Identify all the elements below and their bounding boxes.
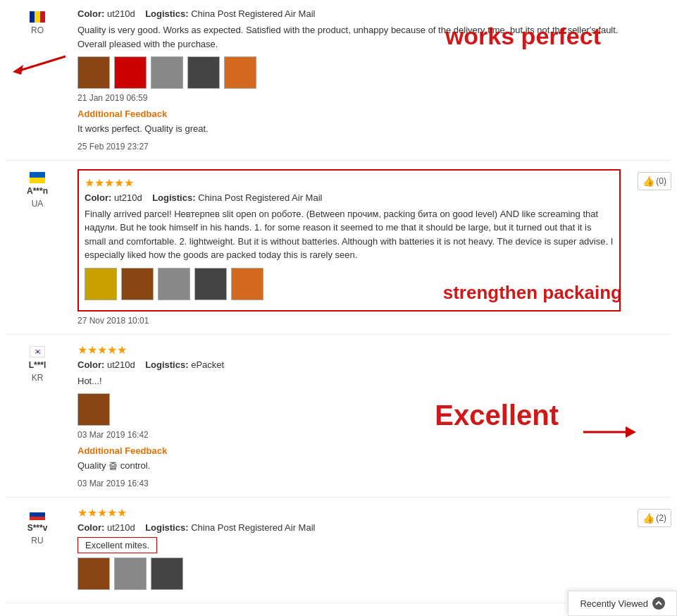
additional-feedback-text: Quality 즐 control. — [77, 459, 621, 473]
like-count: (2) — [656, 513, 666, 523]
reviewer-info: 🇰🇷 L***l KR — [6, 343, 69, 488]
logistics-label: Logistics: — [145, 8, 188, 19]
review-body: Color: ut210d Logistics: China Post Regi… — [69, 8, 629, 152]
color-logistics: Color: ut210d Logistics: China Post Regi… — [77, 522, 621, 533]
like-col: 👍 (0) — [629, 169, 671, 326]
review-date: 27 Nov 2018 10:01 — [77, 316, 621, 326]
additional-feedback-date: 03 Mar 2019 16:43 — [77, 479, 621, 488]
review-text: Hot...! — [77, 374, 621, 388]
review-item: 🇰🇷 L***l KR ★★★★★ Color: ut210d Logistic… — [6, 335, 671, 498]
product-thumbnail[interactable] — [231, 268, 263, 300]
review-body: ★★★★★ Color: ut210d Logistics: China Pos… — [69, 169, 629, 326]
arrow-annotation-left — [6, 49, 69, 78]
reviewer-info: S***v RU — [6, 506, 69, 594]
thumbnail-row — [77, 393, 621, 426]
color-value: ut210d — [107, 8, 135, 19]
review-date: 21 Jan 2019 06:59 — [77, 93, 621, 103]
product-thumbnail[interactable] — [187, 56, 220, 89]
product-thumbnail[interactable] — [77, 393, 110, 426]
reviewer-country: KR — [32, 373, 44, 383]
reviewer-name: A***n — [27, 186, 48, 196]
review-text: Quality is very good. Works as expected.… — [77, 23, 621, 51]
product-thumbnail[interactable] — [77, 56, 110, 89]
like-button[interactable]: 👍 (0) — [638, 172, 671, 190]
thumbs-up-icon: 👍 — [642, 512, 654, 524]
color-label: Color: — [77, 8, 104, 19]
reviewer-country: UA — [32, 199, 44, 209]
product-thumbnail[interactable] — [151, 558, 183, 590]
color-value: ut210d — [107, 359, 135, 370]
product-thumbnail[interactable] — [121, 268, 154, 300]
logistics-label: Logistics: — [145, 359, 188, 370]
review-date: 03 Mar 2019 16:42 — [77, 430, 621, 440]
flag-icon — [30, 172, 45, 183]
review-item: RO Color: ut210d Logistics: China Post R… — [6, 0, 671, 161]
like-col: 👍 (2) — [629, 506, 671, 594]
color-logistics: Color: ut210d Logistics: ePacket — [77, 359, 621, 370]
reviewer-info: RO — [6, 8, 69, 152]
review-box: ★★★★★ Color: ut210d Logistics: China Pos… — [77, 169, 621, 312]
thumbnail-row — [77, 558, 621, 590]
review-text: Finally arrived parcel! Невтерпев slit o… — [85, 207, 614, 262]
review-item: A***n UA ★★★★★ Color: ut210d Logistics: … — [6, 161, 671, 335]
reviewer-name: L***l — [29, 360, 46, 370]
thumbnail-row — [85, 268, 614, 300]
color-label: Color: — [77, 359, 104, 370]
like-col — [629, 8, 671, 152]
star-rating: ★★★★★ — [77, 506, 621, 519]
reviewer-country: RO — [31, 25, 44, 35]
product-thumbnail[interactable] — [158, 268, 190, 300]
product-thumbnail[interactable] — [77, 558, 110, 590]
recently-viewed-bar[interactable]: Recently Viewed — [568, 591, 677, 603]
logistics-label: Logistics: — [145, 522, 188, 533]
review-body: ★★★★★ Color: ut210d Logistics: ePacket H… — [69, 343, 629, 488]
svg-marker-1 — [13, 65, 23, 75]
arrow-annotation-right — [580, 418, 643, 446]
product-thumbnail[interactable] — [114, 56, 147, 89]
like-col — [629, 343, 671, 488]
like-count: (0) — [656, 176, 666, 186]
chevron-up-icon — [654, 599, 663, 603]
review-text: Excellent mites. — [85, 540, 149, 550]
flag-icon: 🇰🇷 — [30, 346, 45, 357]
logistics-label: Logistics: — [152, 192, 195, 203]
product-thumbnail[interactable] — [224, 56, 256, 89]
additional-feedback-date: 25 Feb 2019 23:27 — [77, 142, 621, 152]
review-item: S***v RU ★★★★★ Color: ut210d Logistics: … — [6, 498, 671, 603]
logistics-value: ePacket — [191, 359, 224, 370]
thumbs-up-icon: 👍 — [642, 175, 654, 187]
color-value: ut210d — [114, 192, 142, 203]
additional-feedback-label: Additional Feedback — [77, 109, 621, 119]
thumbnail-row — [77, 56, 621, 89]
additional-feedback-text: It works perfect. Quality is great. — [77, 122, 621, 136]
product-thumbnail[interactable] — [114, 558, 147, 590]
color-logistics: Color: ut210d Logistics: China Post Regi… — [85, 192, 614, 203]
star-rating: ★★★★★ — [85, 176, 614, 190]
color-logistics: Color: ut210d Logistics: China Post Regi… — [77, 8, 621, 19]
page-container: RO Color: ut210d Logistics: China Post R… — [0, 0, 677, 603]
product-thumbnail[interactable] — [85, 268, 117, 300]
logistics-value: China Post Registered Air Mail — [191, 8, 315, 19]
recently-viewed-label: Recently Viewed — [580, 598, 648, 603]
reviewer-name: S***v — [27, 523, 48, 533]
like-button[interactable]: 👍 (2) — [638, 509, 671, 527]
review-body: ★★★★★ Color: ut210d Logistics: China Pos… — [69, 506, 629, 594]
product-thumbnail[interactable] — [194, 268, 227, 300]
star-rating: ★★★★★ — [77, 343, 621, 357]
reviews-list: RO Color: ut210d Logistics: China Post R… — [0, 0, 677, 603]
additional-feedback-label: Additional Feedback — [77, 445, 621, 456]
flag-icon — [30, 11, 45, 23]
product-thumbnail[interactable] — [151, 56, 183, 89]
svg-line-0 — [20, 56, 66, 70]
flag-icon — [30, 509, 45, 520]
text-box: Excellent mites. — [77, 537, 157, 553]
logistics-value: China Post Registered Air Mail — [198, 192, 322, 203]
color-label: Color: — [77, 522, 104, 533]
color-label: Color: — [85, 192, 111, 203]
recently-viewed-icon — [652, 597, 665, 603]
logistics-value: China Post Registered Air Mail — [191, 522, 315, 533]
svg-marker-3 — [626, 426, 636, 438]
reviewer-info: A***n UA — [6, 169, 69, 326]
reviewer-country: RU — [31, 536, 43, 546]
color-value: ut210d — [107, 522, 135, 533]
